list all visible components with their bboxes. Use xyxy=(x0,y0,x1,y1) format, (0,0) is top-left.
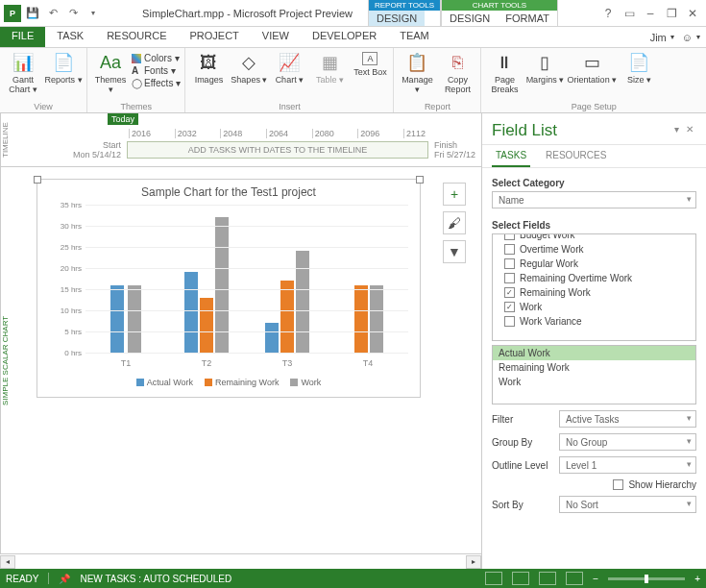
horizontal-scrollbar[interactable]: ◂ ▸ xyxy=(0,553,481,569)
restore-icon[interactable]: ❐ xyxy=(662,4,681,23)
view-shortcut-2[interactable] xyxy=(512,572,529,585)
undo-icon[interactable]: ↶ xyxy=(43,4,62,23)
chart-title[interactable]: Sample Chart for the Test1 project xyxy=(43,185,414,199)
copy-report-button[interactable]: ⎘Copy Report xyxy=(438,50,476,96)
chart-legend[interactable]: Actual WorkRemaining WorkWork xyxy=(43,378,414,387)
close-icon[interactable]: ✕ xyxy=(683,4,702,23)
field-check[interactable]: Overtime Work xyxy=(493,242,695,257)
feedback-icon[interactable]: ☺ xyxy=(682,32,693,43)
field-check[interactable]: Work Variance xyxy=(493,314,695,329)
timeline-finish-label: Finish xyxy=(434,140,475,150)
gantt-chart-button[interactable]: 📊 Gantt Chart ▾ xyxy=(4,50,42,96)
field-tab-resources[interactable]: RESOURCES xyxy=(542,145,610,167)
timeline-label[interactable]: TIMELINE xyxy=(0,113,15,166)
table-button[interactable]: ▦Table ▾ xyxy=(310,50,349,86)
pane-close-icon[interactable]: ✕ xyxy=(683,124,696,137)
context-tab-report-tools: REPORT TOOLS DESIGN xyxy=(368,0,441,26)
reports-icon: 📄 xyxy=(53,52,74,73)
field-check[interactable]: ✓Work xyxy=(493,300,695,314)
selected-field-item[interactable]: Actual Work xyxy=(493,346,695,360)
ribbon-options-icon[interactable]: ▭ xyxy=(620,4,639,23)
tab-developer[interactable]: DEVELOPER xyxy=(301,27,388,47)
selected-fields-list[interactable]: Actual WorkRemaining WorkWork xyxy=(492,345,696,404)
field-tab-tasks[interactable]: TASKS xyxy=(492,145,530,167)
chart-filters-button[interactable]: ▼ xyxy=(443,240,466,263)
tab-view[interactable]: VIEW xyxy=(251,27,301,47)
status-schedule-mode[interactable]: NEW TASKS : AUTO SCHEDULED xyxy=(80,574,231,584)
pane-options-icon[interactable]: ▾ xyxy=(669,124,683,137)
today-marker: Today xyxy=(108,113,138,125)
save-icon[interactable]: 💾 xyxy=(23,4,42,23)
help-icon[interactable]: ? xyxy=(598,4,618,23)
chart-styles-button[interactable]: 🖌 xyxy=(443,211,466,234)
page-breaks-button[interactable]: ⏸Page Breaks xyxy=(485,50,523,96)
fonts-icon: A xyxy=(132,65,141,76)
user-area[interactable]: Jim ▾ ☺ ▾ xyxy=(650,27,706,47)
chart-elements-button[interactable]: + xyxy=(443,183,466,206)
zoom-slider[interactable] xyxy=(608,577,685,580)
chart-bars: T1T2T3T4 xyxy=(85,205,408,353)
scroll-left-icon[interactable]: ◂ xyxy=(0,555,15,569)
show-hierarchy-checkbox[interactable]: Show Hierarchy xyxy=(613,478,696,492)
tab-project[interactable]: PROJECT xyxy=(179,27,251,47)
tab-report-design[interactable]: DESIGN xyxy=(369,11,425,26)
textbox-icon: A xyxy=(362,52,377,65)
selected-field-item[interactable]: Work xyxy=(493,375,695,389)
colors-button[interactable]: Colors ▾ xyxy=(132,52,181,64)
fonts-button[interactable]: AFonts ▾ xyxy=(132,64,181,77)
field-list-pane: Field List ▾ ✕ TASKS RESOURCES Select Ca… xyxy=(482,113,706,569)
manage-button[interactable]: 📋Manage ▾ xyxy=(398,50,436,96)
view-shortcut-3[interactable] xyxy=(539,572,556,585)
shapes-icon: ◇ xyxy=(238,52,259,73)
report-canvas[interactable]: Sample Chart for the Test1 project T1T2T… xyxy=(15,167,481,553)
redo-icon[interactable]: ↷ xyxy=(63,4,83,23)
tab-resource[interactable]: RESOURCE xyxy=(95,27,178,47)
field-check[interactable]: Budget Work xyxy=(493,233,695,242)
fields-checklist[interactable]: Budget WorkOvertime WorkRegular WorkRema… xyxy=(492,233,696,341)
ribbon-group-view: 📊 Gantt Chart ▾ 📄 Reports ▾ View xyxy=(0,48,87,112)
images-button[interactable]: 🖼Images xyxy=(189,50,228,86)
project-app-icon[interactable]: P xyxy=(3,4,22,23)
report-name-label[interactable]: SIMPLE SCALAR CHART xyxy=(0,167,15,553)
field-check[interactable]: ✓Remaining Work xyxy=(493,285,695,300)
outline-level-combo[interactable]: Level 1 xyxy=(559,456,696,474)
tab-file[interactable]: FILE xyxy=(0,27,45,47)
zoom-out-icon[interactable]: − xyxy=(593,574,598,584)
view-shortcut-1[interactable] xyxy=(485,572,502,585)
timeline-bar[interactable]: ADD TASKS WITH DATES TO THE TIMELINE xyxy=(127,141,428,159)
shapes-button[interactable]: ◇Shapes ▾ xyxy=(230,50,268,86)
chart-button[interactable]: 📈Chart ▾ xyxy=(270,50,308,86)
effects-button[interactable]: ◯Effects ▾ xyxy=(132,77,181,89)
orientation-button[interactable]: ▭Orientation ▾ xyxy=(566,50,618,86)
filter-combo[interactable]: Active Tasks xyxy=(559,410,696,428)
user-name: Jim xyxy=(650,32,667,43)
selected-field-item[interactable]: Remaining Work xyxy=(493,360,695,375)
reports-button[interactable]: 📄 Reports ▾ xyxy=(44,50,83,86)
tab-chart-design[interactable]: DESIGN xyxy=(442,11,498,26)
category-combo[interactable]: Name xyxy=(492,191,696,208)
timeline-strip: TIMELINE Today 2016203220482064208020962… xyxy=(0,113,481,167)
size-button[interactable]: 📄Size ▾ xyxy=(620,50,658,86)
zoom-in-icon[interactable]: + xyxy=(694,574,700,584)
view-shortcut-4[interactable] xyxy=(566,572,583,585)
system-buttons: ? ▭ – ❐ ✕ xyxy=(595,4,706,23)
field-check[interactable]: Regular Work xyxy=(493,257,695,271)
scroll-right-icon[interactable]: ▸ xyxy=(466,555,481,569)
minimize-icon[interactable]: – xyxy=(641,4,660,23)
margins-button[interactable]: ▯Margins ▾ xyxy=(525,50,564,86)
tab-task[interactable]: TASK xyxy=(45,27,95,47)
themes-button[interactable]: Aa Themes ▾ xyxy=(91,50,130,96)
schedule-mode-icon[interactable]: 📌 xyxy=(59,574,70,584)
chart-object[interactable]: Sample Chart for the Test1 project T1T2T… xyxy=(37,179,421,398)
sortby-combo[interactable]: No Sort xyxy=(559,496,696,513)
qat-customize-icon[interactable]: ▾ xyxy=(84,4,103,23)
timeline-scale: 2016203220482064208020962112 xyxy=(129,129,426,138)
status-ready: READY xyxy=(6,574,38,584)
timeline-start-date: Mon 5/14/12 xyxy=(73,150,121,159)
field-check[interactable]: Remaining Overtime Work xyxy=(493,271,695,285)
groupby-combo[interactable]: No Group xyxy=(559,433,696,451)
tab-chart-format[interactable]: FORMAT xyxy=(498,11,557,26)
textbox-button[interactable]: AText Box xyxy=(351,50,389,79)
tab-team[interactable]: TEAM xyxy=(388,27,441,47)
ribbon-group-insert: 🖼Images ◇Shapes ▾ 📈Chart ▾ ▦Table ▾ ATex… xyxy=(185,48,394,112)
